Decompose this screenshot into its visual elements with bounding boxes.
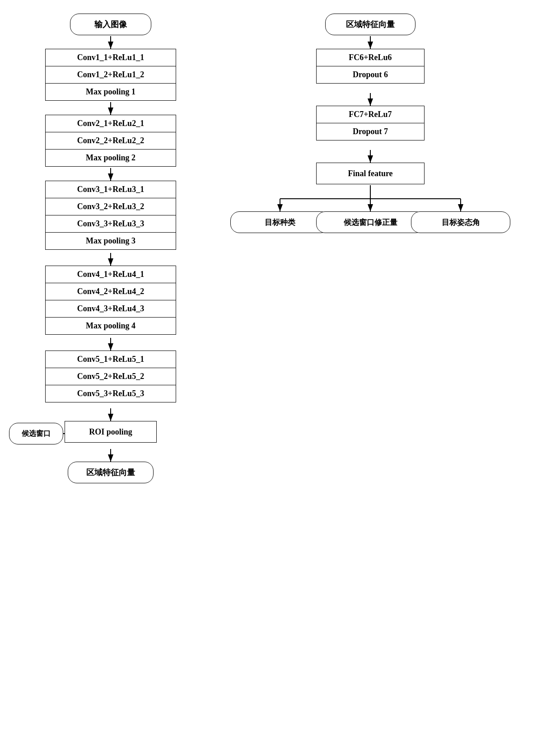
conv3-group: Conv3_1+ReLu3_1 Conv3_2+ReLu3_2 Conv3_3+… xyxy=(45,181,176,250)
fc7-group: FC7+ReLu7 Dropout 7 xyxy=(316,106,425,140)
conv2-group: Conv2_1+ReLu2_1 Conv2_2+ReLu2_2 Max pool… xyxy=(45,115,176,167)
maxpool4-row: Max pooling 4 xyxy=(46,318,176,334)
roi-input-box: 候选窗口 xyxy=(9,423,63,444)
fc6-group: FC6+ReLu6 Dropout 6 xyxy=(316,49,425,84)
region-feature-output-box: 区域特征向量 xyxy=(68,462,154,483)
conv5-3-row: Conv5_3+ReLu5_3 xyxy=(46,385,176,402)
roi-pooling-box: ROI pooling xyxy=(65,421,157,443)
conv1-group: Conv1_1+ReLu1_1 Conv1_2+ReLu1_2 Max pool… xyxy=(45,49,176,101)
fc6-row: FC6+ReLu6 xyxy=(317,49,424,66)
roi-pooling-label: ROI pooling xyxy=(89,427,132,437)
conv1-1-row: Conv1_1+ReLu1_1 xyxy=(46,49,176,66)
conv5-2-row: Conv5_2+ReLu5_2 xyxy=(46,368,176,385)
conv3-2-row: Conv3_2+ReLu3_2 xyxy=(46,198,176,215)
conv1-2-row: Conv1_2+ReLu1_2 xyxy=(46,66,176,84)
output-correction-box: 候选窗口修正量 xyxy=(316,211,425,233)
diagram-container: 输入图像 Conv1_1+ReLu1_1 Conv1_2+ReLu1_2 Max… xyxy=(0,0,560,734)
output-pose-box: 目标姿态角 xyxy=(411,211,510,233)
output-class-label: 目标种类 xyxy=(265,217,295,228)
conv2-2-row: Conv2_2+ReLu2_2 xyxy=(46,132,176,150)
conv4-group: Conv4_1+ReLu4_1 Conv4_2+ReLu4_2 Conv4_3+… xyxy=(45,266,176,335)
conv4-2-row: Conv4_2+ReLu4_2 xyxy=(46,283,176,300)
output-pose-label: 目标姿态角 xyxy=(442,217,480,228)
roi-input-label: 候选窗口 xyxy=(22,429,51,439)
conv2-1-row: Conv2_1+ReLu2_1 xyxy=(46,115,176,132)
final-feature-label: Final feature xyxy=(348,169,392,178)
region-feature-input-label: 区域特征向量 xyxy=(346,19,395,30)
final-feature-box: Final feature xyxy=(316,163,425,184)
region-feature-output-label: 区域特征向量 xyxy=(86,467,135,478)
maxpool2-row: Max pooling 2 xyxy=(46,150,176,166)
fc7-row: FC7+ReLu7 xyxy=(317,106,424,123)
maxpool1-row: Max pooling 1 xyxy=(46,84,176,100)
conv5-1-row: Conv5_1+ReLu5_1 xyxy=(46,351,176,368)
conv3-3-row: Conv3_3+ReLu3_3 xyxy=(46,215,176,233)
conv4-1-row: Conv4_1+ReLu4_1 xyxy=(46,266,176,283)
conv3-1-row: Conv3_1+ReLu3_1 xyxy=(46,181,176,198)
input-image-box: 输入图像 xyxy=(70,14,151,35)
input-image-label: 输入图像 xyxy=(94,19,127,30)
dropout6-row: Dropout 6 xyxy=(317,66,424,83)
region-feature-input-box: 区域特征向量 xyxy=(325,14,415,35)
maxpool3-row: Max pooling 3 xyxy=(46,233,176,249)
output-correction-label: 候选窗口修正量 xyxy=(344,217,397,228)
output-class-box: 目标种类 xyxy=(230,211,330,233)
conv5-group: Conv5_1+ReLu5_1 Conv5_2+ReLu5_2 Conv5_3+… xyxy=(45,351,176,402)
dropout7-row: Dropout 7 xyxy=(317,123,424,140)
conv4-3-row: Conv4_3+ReLu4_3 xyxy=(46,300,176,318)
